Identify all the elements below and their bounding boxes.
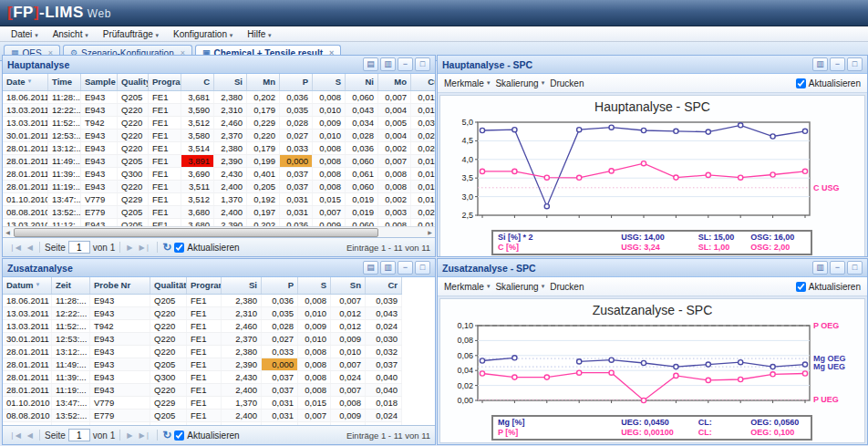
checkbox-input[interactable]: [174, 243, 184, 253]
column-header-qualit-t[interactable]: Qualität: [150, 277, 187, 294]
column-header-mo[interactable]: Mo: [378, 74, 411, 90]
scroll-right-icon[interactable]: ▶: [425, 229, 435, 235]
menu-datei[interactable]: Datei ▾: [4, 29, 46, 39]
save-icon[interactable]: ▤: [363, 57, 378, 71]
skalierung-menu[interactable]: Skalierung▾: [495, 78, 544, 88]
column-header-datum[interactable]: Datum▼: [3, 277, 52, 294]
column-header-s[interactable]: S: [313, 74, 346, 90]
first-page-button[interactable]: ❘◀: [7, 244, 23, 252]
cell: 2,390: [214, 155, 247, 167]
menu-hilfe[interactable]: Hilfe ▾: [240, 29, 278, 39]
drucken-button[interactable]: Drucken: [550, 282, 584, 292]
maximize-icon[interactable]: □: [415, 261, 430, 275]
next-page-button[interactable]: ▶: [125, 244, 134, 252]
aktualisieren-checkbox[interactable]: Aktualisieren: [796, 282, 861, 292]
table-row[interactable]: 13.03.201011:12:...E943Q205FE13,6802,390…: [3, 219, 435, 226]
table-row[interactable]: 28.01.201111:19:...E943Q220FE13,5112,400…: [3, 181, 435, 193]
menu-konfiguration[interactable]: Konfiguration ▾: [166, 29, 240, 39]
cell: Q205: [150, 295, 187, 306]
table-row[interactable]: 28.01.201111:19:...E943Q220FE12,4000,037…: [3, 384, 402, 397]
menu-prüfaufträge[interactable]: Prüfaufträge ▾: [96, 29, 166, 39]
cell: FE1: [149, 206, 181, 218]
maximize-icon[interactable]: □: [847, 261, 863, 275]
minimize-icon[interactable]: −: [830, 261, 845, 275]
skalierung-menu[interactable]: Skalierung▾: [495, 282, 544, 292]
checkbox-input[interactable]: [796, 78, 806, 88]
refresh-icon[interactable]: ↻: [162, 242, 171, 253]
column-header-cr[interactable]: Cr: [366, 277, 402, 294]
table-row[interactable]: 01.10.201013:47:...V779Q229FE11,3700,031…: [3, 397, 402, 410]
last-page-button[interactable]: ▶❘: [137, 431, 152, 440]
save-icon[interactable]: ▤: [363, 261, 378, 275]
scrollbar-thumb[interactable]: [14, 228, 378, 237]
first-page-button[interactable]: ❘◀: [7, 431, 23, 440]
table-row[interactable]: 13.03.201011:12:...E943Q205FE12,3900,036…: [3, 422, 402, 425]
column-header-cu[interactable]: Cu: [411, 74, 435, 90]
table-row[interactable]: 08.08.201013:52:...E779Q205FE12,4000,031…: [3, 410, 402, 422]
cell: 0,010: [313, 104, 346, 116]
maximize-icon[interactable]: □: [847, 57, 863, 71]
column-header-sample[interactable]: Sample: [81, 74, 118, 90]
column-header-p[interactable]: P: [262, 277, 298, 294]
last-page-button[interactable]: ▶❘: [137, 244, 152, 252]
column-header-probe-nr[interactable]: Probe Nr: [90, 277, 150, 294]
table-row[interactable]: 28.01.201113:12:...E943Q220FE12,3800,033…: [3, 346, 402, 358]
horizontal-scrollbar[interactable]: ◀ ▶: [3, 226, 435, 237]
table-row[interactable]: 28.01.201111:39:...E943Q300FE12,4300,037…: [3, 371, 402, 384]
column-header-s[interactable]: S: [298, 277, 331, 294]
table-row[interactable]: 01.10.201013:47:...V779Q229FE13,5121,370…: [3, 193, 435, 206]
page-input[interactable]: [68, 241, 90, 254]
table-row[interactable]: 13.03.201111:52:...T942Q220FE12,4600,028…: [3, 320, 402, 333]
column-header-si[interactable]: Si: [214, 74, 247, 90]
column-header-program[interactable]: Program: [149, 74, 181, 90]
aktualisieren-checkbox[interactable]: Aktualisieren: [174, 430, 239, 441]
column-header-zeit[interactable]: Zeit: [52, 277, 90, 294]
column-header-p[interactable]: P: [280, 74, 313, 90]
table-row[interactable]: 28.01.201111:49:...E943Q205FE12,3900,000…: [3, 358, 402, 371]
menu-ansicht[interactable]: Ansicht ▾: [46, 29, 96, 39]
next-page-button[interactable]: ▶: [125, 431, 134, 440]
column-header-ni[interactable]: Ni: [346, 74, 378, 90]
column-header-sn[interactable]: Sn: [331, 277, 366, 294]
table-row[interactable]: 13.03.201112:22:...E943Q220FE13,5902,310…: [3, 104, 435, 117]
aktualisieren-checkbox[interactable]: Aktualisieren: [796, 78, 861, 88]
table-row[interactable]: 30.01.201112:53:...E943Q220FE12,3700,027…: [3, 333, 402, 346]
column-header-programm[interactable]: Programm: [187, 277, 222, 294]
cell: 0,039: [366, 295, 402, 306]
print-icon[interactable]: ▥: [812, 261, 828, 275]
column-header-date[interactable]: Date▼: [3, 74, 48, 90]
merkmale-menu[interactable]: Merkmale▾: [444, 282, 490, 292]
print-icon[interactable]: ▥: [380, 57, 396, 71]
page-input[interactable]: [68, 429, 90, 441]
aktualisieren-checkbox[interactable]: Aktualisieren: [174, 243, 239, 253]
column-header-si[interactable]: Si: [222, 277, 262, 294]
minimize-icon[interactable]: −: [398, 57, 413, 71]
table-row[interactable]: 18.06.201111:28:...E943Q205FE13,6812,380…: [3, 91, 435, 104]
table-row[interactable]: 28.01.201113:12:...E943Q220FE13,5142,380…: [3, 142, 435, 155]
table-row[interactable]: 30.01.201112:53:...E943Q220FE13,5802,370…: [3, 130, 435, 142]
prev-page-button[interactable]: ◀: [26, 244, 35, 252]
table-row[interactable]: 13.03.201112:22:...E943Q220FE12,3100,035…: [3, 307, 402, 320]
column-header-mn[interactable]: Mn: [247, 74, 280, 90]
checkbox-input[interactable]: [796, 282, 806, 292]
column-header-c[interactable]: C: [181, 74, 214, 90]
minimize-icon[interactable]: −: [830, 57, 845, 71]
table-row[interactable]: 28.01.201111:49:...E943Q205FE13,8912,390…: [3, 155, 435, 168]
print-icon[interactable]: ▥: [380, 261, 396, 275]
refresh-icon[interactable]: ↻: [162, 430, 171, 441]
merkmale-menu[interactable]: Merkmale▾: [444, 78, 490, 88]
table-row[interactable]: 13.03.201111:52:...T942Q220FE13,5122,460…: [3, 117, 435, 130]
drucken-button[interactable]: Drucken: [550, 78, 584, 88]
table-row[interactable]: 08.08.201013:52:...E779Q205FE13,6802,400…: [3, 206, 435, 219]
table-row[interactable]: 28.01.201111:39:...E943Q300FE13,6902,430…: [3, 168, 435, 181]
column-header-time[interactable]: Time: [48, 74, 81, 90]
scroll-left-icon[interactable]: ◀: [3, 229, 13, 235]
column-header-quality[interactable]: Quality: [118, 74, 149, 90]
checkbox-input[interactable]: [174, 430, 184, 441]
print-icon[interactable]: ▥: [812, 57, 828, 71]
table-row[interactable]: 18.06.201111:28:...E943Q205FE12,3800,036…: [3, 295, 402, 307]
minimize-icon[interactable]: −: [398, 261, 413, 275]
maximize-icon[interactable]: □: [415, 57, 430, 71]
cell: 0,008: [378, 219, 411, 226]
prev-page-button[interactable]: ◀: [26, 431, 35, 440]
